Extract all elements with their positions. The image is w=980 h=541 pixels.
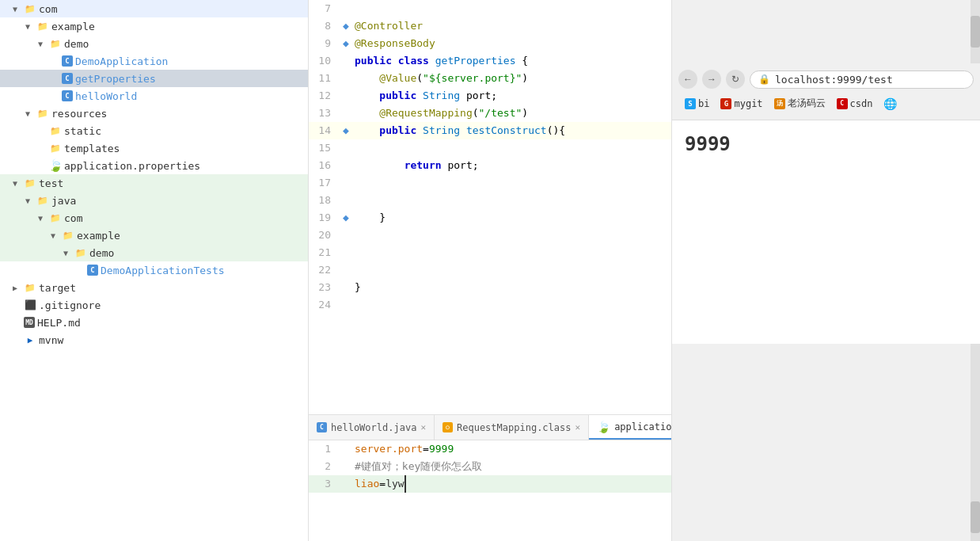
code-text: #键值对；key随便你怎么取 [355,458,671,475]
gutter-7 [337,0,355,17]
address-bar[interactable]: 🔒 localhost:9999/test [750,70,974,89]
tab-close-icon[interactable]: ✕ [420,422,426,432]
java-tab-icon: C [317,422,327,432]
tab-label: RequestMapping.class [457,422,572,433]
code-text [355,0,671,17]
tree-item-helloWorld[interactable]: C helloWorld [0,87,308,105]
tree-item-java[interactable]: ▼ 📁 java [0,192,308,209]
folder-icon: 📁 [36,20,49,32]
line-number: 15 [309,139,337,157]
line-number: 21 [309,244,337,261]
tree-item-getProperties[interactable]: C getProperties [0,70,308,87]
bottom-editor: C helloWorld.java ✕ ○ RequestMapping.cla… [309,414,671,541]
tree-item-example2[interactable]: ▼ 📁 example [0,227,308,244]
scrollbar-thumb-bottom[interactable] [971,501,980,533]
bottom-code[interactable]: 1 server.port=9999 2 #键值对；key随便你怎么取 3 [309,440,671,541]
tree-item-static[interactable]: 📁 static [0,122,308,139]
tab-application[interactable]: 🍃 application.properties ✕ [589,415,671,440]
tree-item-gitignore[interactable]: ⬛ .gitignore [0,296,308,314]
gutter-b2 [337,458,355,475]
code-text [355,244,671,261]
tree-item-resources[interactable]: ▼ 📁 resources [0,105,308,122]
gutter-24 [337,296,355,314]
folder-icon: 📁 [49,142,62,154]
code-view[interactable]: 7 8 ◆ @Controller 9 ◆ @ResponseBody [309,0,671,414]
code-line-15: 15 [309,139,671,157]
code-line-11: 11 @Value("${server.port}") [309,70,671,87]
tree-item-example[interactable]: ▼ 📁 example [0,17,308,35]
tree-item-target[interactable]: ▶ 📁 target [0,279,308,296]
tab-close-icon[interactable]: ✕ [575,422,581,432]
tab-helloWorld[interactable]: C helloWorld.java ✕ [309,415,435,440]
bookmark-csdn[interactable]: C csdn [834,97,876,111]
code-text: server.port=9999 [355,440,671,458]
chevron-icon: ▼ [63,249,73,257]
code-line-8: 8 ◆ @Controller [309,17,671,35]
code-line-18: 18 [309,192,671,209]
line-number: 24 [309,296,337,314]
back-button[interactable]: ← [678,70,697,89]
gutter-8: ◆ [337,17,355,35]
line-number: 22 [309,261,337,279]
code-text: @Controller [355,17,671,35]
tree-label: target [39,282,76,294]
tree-item-com[interactable]: ▼ 📁 com [0,0,308,17]
code-text: } [355,209,671,227]
tab-RequestMapping[interactable]: ○ RequestMapping.class ✕ [435,415,589,440]
code-text [355,261,671,279]
tree-label: DemoApplicationTests [101,265,225,276]
line-number: 11 [309,70,337,87]
folder-icon: 📁 [24,281,36,294]
tree-item-helpmd[interactable]: MD HELP.md [0,314,308,331]
code-text: @RequestMapping("/test") [355,105,671,122]
chevron-icon: ▶ [13,284,22,292]
browser-result: 9999 [685,133,731,155]
scrollbar-thumb[interactable] [971,16,980,48]
code-line-21: 21 [309,244,671,261]
lock-icon: 🔒 [758,74,770,85]
bookmark-mygit[interactable]: G mygit [717,97,765,111]
code-text: @ResponseBody [355,35,671,52]
tree-item-mvnw[interactable]: ▶ mvnw [0,331,308,349]
chevron-icon: ▼ [25,196,35,205]
tree-label: com [64,212,82,224]
tree-item-demo[interactable]: ▼ 📁 demo [0,35,308,52]
line-number: 7 [309,0,337,17]
tree-item-DemoApplicationTests[interactable]: C DemoApplicationTests [0,261,308,279]
props-tab-icon: 🍃 [597,421,610,433]
tree-item-templates[interactable]: 📁 templates [0,139,308,157]
gutter-20 [337,227,355,244]
bookmark-globe[interactable]: 🌐 [880,96,900,112]
folder-icon: 📁 [24,177,36,189]
tree-item-DemoApplication[interactable]: C DemoApplication [0,52,308,70]
tree-item-application-properties[interactable]: 🍃 application.properties [0,157,308,174]
scrollbar-track[interactable] [971,0,980,63]
tree-label: demo [64,38,89,50]
gitignore-icon: ⬛ [24,299,36,311]
code-text [355,296,671,314]
bottom-line-2: 2 #键值对；key随便你怎么取 [309,458,671,475]
tree-item-com2[interactable]: ▼ 📁 com [0,209,308,227]
line-number: 1 [309,440,337,458]
bookmark-label: bi [698,98,709,109]
file-tree: ▼ 📁 com ▼ 📁 example ▼ 📁 demo C DemoAppli… [0,0,309,541]
bookmark-bi[interactable]: S bi [682,97,712,111]
line-number: 20 [309,227,337,244]
bookmark-laotang[interactable]: 汤 老汤码云 [771,95,829,112]
tree-label: static [64,125,101,137]
tree-item-test[interactable]: ▼ 📁 test [0,174,308,192]
scrollbar-track-bottom[interactable] [971,344,980,542]
forward-button[interactable]: → [702,70,721,89]
browser-chrome: ← → ↻ 🔒 localhost:9999/test S bi G mygit [672,63,980,120]
tree-label: HELP.md [37,317,81,329]
code-text: @Value("${server.port}") [355,70,671,87]
code-text: public class getProperties { [355,52,671,70]
reload-button[interactable]: ↻ [726,70,745,89]
line-number: 14 [309,122,337,139]
chevron-icon: ▼ [25,109,35,118]
tree-label: example [77,230,120,242]
tree-item-demo2[interactable]: ▼ 📁 demo [0,244,308,261]
git-icon: G [720,98,731,109]
bookmark-label: csdn [850,98,873,109]
line-number: 2 [309,458,337,475]
